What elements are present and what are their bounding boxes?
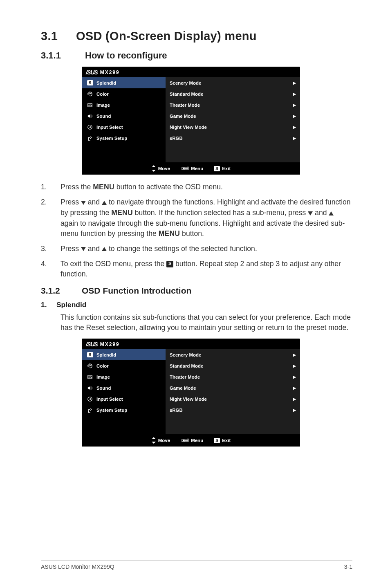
osd-left-label: Color	[96, 364, 109, 368]
osd-left-item-color[interactable]: Color	[82, 360, 166, 371]
osd-footer-exit: S Exit	[214, 438, 231, 443]
chevron-right-icon: ▶	[293, 364, 296, 368]
input-select-icon	[86, 124, 94, 130]
osd-model: MX299	[100, 341, 120, 347]
move-updown-icon	[151, 437, 156, 444]
osd-left-column: S Splendid Color Image	[82, 77, 166, 162]
subsection-title-text: How to reconfigure	[85, 50, 167, 61]
osd-left-label: Splendid	[96, 81, 116, 85]
subsection-title: 3.1.1How to reconfigure	[41, 50, 352, 61]
osd-footer-move: Move	[151, 165, 170, 172]
osd-left-item-splendid[interactable]: S Splendid	[82, 349, 166, 360]
osd-panel: /SUS MX299 S Splendid Color	[82, 339, 300, 447]
osd-right-label: Standard Mode	[170, 92, 203, 97]
step-text: Press the MENU button to activate the OS…	[61, 182, 223, 192]
osd-footer: Move Menu S Exit	[82, 162, 300, 175]
osd-right-item-standard[interactable]: Standard Mode▶	[166, 88, 300, 99]
move-updown-icon	[151, 165, 156, 172]
splendid-heading: 1.Splendid	[41, 301, 352, 309]
step-marker: 4.	[41, 259, 61, 279]
section-title: 3.1OSD (On-Screen Display) menu	[41, 29, 352, 43]
step-marker: 3.	[41, 244, 61, 254]
osd-right-item-scenery[interactable]: Scenery Mode▶	[166, 77, 300, 88]
osd-right-item-game[interactable]: Game Mode▶	[166, 382, 300, 393]
osd-right-label: sRGB	[170, 408, 183, 413]
section-number: 3.1	[41, 29, 76, 43]
chevron-right-icon: ▶	[293, 136, 296, 140]
osd-left-label: Image	[96, 103, 110, 108]
chevron-right-icon: ▶	[293, 114, 296, 118]
color-icon	[86, 91, 94, 97]
subsection-number: 3.1.1	[41, 50, 85, 61]
osd-left-item-image[interactable]: Image	[82, 99, 166, 110]
osd-right-item-scenery[interactable]: Scenery Mode▶	[166, 349, 300, 360]
osd-right-label: Standard Mode	[170, 364, 203, 368]
splendid-heading-num: 1.	[41, 301, 56, 309]
chevron-right-icon: ▶	[293, 125, 296, 129]
osd-left-label: System Setup	[96, 408, 127, 413]
osd-left-label: Splendid	[96, 352, 116, 357]
osd-footer-move: Move	[151, 437, 170, 444]
asus-logo: /SUS	[86, 341, 98, 348]
chevron-right-icon: ▶	[293, 352, 296, 357]
osd-left-item-input-select[interactable]: Input Select	[82, 393, 166, 404]
osd-right-item-standard[interactable]: Standard Mode▶	[166, 360, 300, 371]
osd-right-item-theater[interactable]: Theater Mode▶	[166, 99, 300, 110]
enter-icon	[181, 438, 189, 443]
page-footer: ASUS LCD Monitor MX299Q 3-1	[41, 561, 352, 570]
osd-right-item-nightview[interactable]: Night View Mode▶	[166, 121, 300, 132]
image-icon	[86, 102, 94, 108]
osd-left-label: Sound	[96, 114, 111, 119]
osd-right-label: Scenery Mode	[170, 81, 201, 85]
triangle-up-icon	[102, 244, 107, 254]
triangle-up-icon	[329, 208, 334, 218]
color-icon	[86, 363, 94, 369]
osd-left-item-splendid[interactable]: S Splendid	[82, 77, 166, 88]
osd-left-item-input-select[interactable]: Input Select	[82, 121, 166, 132]
svg-point-6	[90, 364, 90, 365]
svg-point-0	[89, 93, 89, 94]
osd-left-item-system-setup[interactable]: System Setup	[82, 404, 166, 415]
osd-footer-exit: S Exit	[214, 166, 231, 171]
osd-left-label: Color	[96, 92, 109, 97]
osd-right-item-theater[interactable]: Theater Mode▶	[166, 371, 300, 382]
system-setup-icon	[86, 135, 94, 141]
osd-footer: Move Menu S Exit	[82, 434, 300, 447]
svg-point-2	[91, 93, 91, 94]
s-badge-icon: S	[214, 166, 220, 171]
chevron-right-icon: ▶	[293, 81, 296, 85]
system-setup-icon	[86, 407, 94, 413]
osd-left-label: Input Select	[96, 125, 123, 130]
chevron-right-icon: ▶	[293, 386, 296, 390]
splendid-icon: S	[86, 80, 94, 85]
step-4: 4. To exit the OSD menu, press the S but…	[41, 259, 352, 279]
osd-left-item-sound[interactable]: Sound	[82, 110, 166, 121]
osd-left-item-sound[interactable]: Sound	[82, 382, 166, 393]
osd-left-item-color[interactable]: Color	[82, 88, 166, 99]
osd-left-item-image[interactable]: Image	[82, 371, 166, 382]
chevron-right-icon: ▶	[293, 375, 296, 379]
osd-panel: /SUS MX299 S Splendid Color	[82, 67, 300, 175]
menu-keyword: MENU	[93, 183, 114, 191]
step-text: Press and to change the settings of the …	[61, 244, 257, 254]
step-marker: 1.	[41, 182, 61, 192]
splendid-description: This function contains six sub-functions…	[61, 312, 352, 333]
triangle-down-icon	[81, 244, 86, 254]
triangle-up-icon	[102, 197, 107, 208]
osd-right-column: Scenery Mode▶ Standard Mode▶ Theater Mod…	[166, 349, 300, 434]
osd-right-label: sRGB	[170, 136, 183, 141]
s-badge-icon: S	[166, 261, 173, 267]
osd-left-item-system-setup[interactable]: System Setup	[82, 132, 166, 144]
menu-keyword: MENU	[159, 229, 180, 238]
osd-right-item-nightview[interactable]: Night View Mode▶	[166, 393, 300, 404]
osd-right-column: Scenery Mode▶ Standard Mode▶ Theater Mod…	[166, 77, 300, 162]
osd-right-item-srgb[interactable]: sRGB▶	[166, 404, 300, 415]
osd-right-label: Game Mode	[170, 114, 196, 119]
osd-right-item-srgb[interactable]: sRGB▶	[166, 132, 300, 144]
svg-point-1	[90, 92, 90, 93]
osd-right-item-game[interactable]: Game Mode▶	[166, 110, 300, 121]
sound-icon	[86, 113, 94, 119]
chevron-right-icon: ▶	[293, 397, 296, 401]
osd-right-label: Theater Mode	[170, 103, 200, 108]
steps-list: 1. Press the MENU button to activate the…	[41, 182, 352, 279]
